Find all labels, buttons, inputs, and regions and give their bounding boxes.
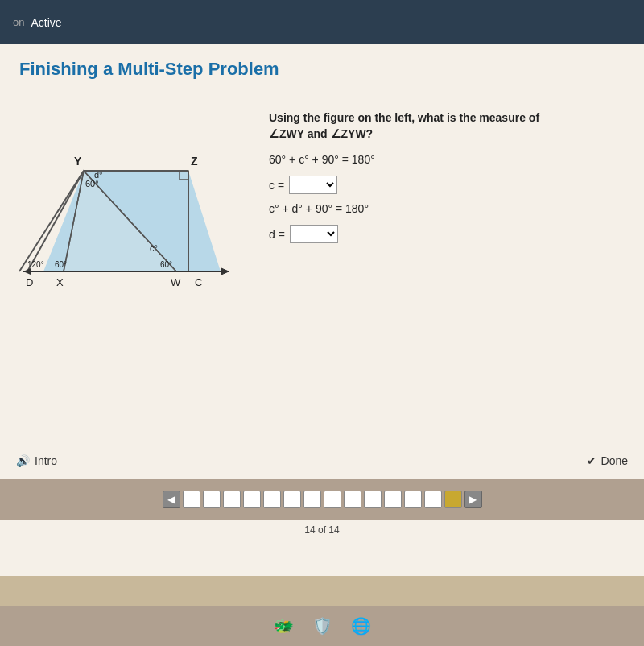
svg-text:d°: d°	[94, 170, 103, 180]
svg-text:60°: 60°	[85, 179, 99, 188]
page-box-3[interactable]	[223, 491, 241, 508]
c-input-row: c = 30 60 90	[269, 176, 625, 194]
page-box-11[interactable]	[384, 491, 402, 508]
top-bar: on Active	[0, 0, 644, 44]
speaker-icon: 🔊	[16, 454, 30, 467]
question-area: Using the figure on the left, what is th…	[269, 102, 625, 334]
top-bar-left: on	[13, 16, 24, 28]
page-box-8[interactable]	[324, 491, 341, 508]
svg-text:Z: Z	[191, 155, 198, 168]
taskbar-icon-2[interactable]: 🛡️	[308, 611, 336, 640]
taskbar-icon-1[interactable]: 🐲	[269, 611, 298, 640]
page-box-1[interactable]	[183, 491, 200, 508]
svg-text:D: D	[26, 276, 33, 288]
page-box-10[interactable]	[364, 491, 382, 508]
geometry-figure-area: Y Z D X W C 60° d° c° 120°	[19, 102, 245, 328]
c-select[interactable]: 30 60 90	[289, 176, 337, 194]
svg-marker-8	[221, 268, 229, 275]
taskbar: 🐲 🛡️ 🌐	[0, 606, 644, 646]
page-title: Finishing a Multi-Step Problem	[19, 59, 625, 80]
taskbar-icon-3[interactable]: 🌐	[346, 611, 375, 640]
main-content: Finishing a Multi-Step Problem	[0, 44, 644, 576]
page-box-7[interactable]	[303, 491, 321, 508]
svg-text:c°: c°	[150, 243, 158, 253]
intro-button[interactable]: 🔊 Intro	[16, 454, 57, 467]
prev-page-button[interactable]: ◀	[163, 491, 180, 508]
d-select[interactable]: 30 60 90	[290, 225, 338, 243]
svg-text:60°: 60°	[160, 260, 172, 269]
page-box-9[interactable]	[344, 491, 361, 508]
problem-area: Y Z D X W C 60° d° c° 120°	[0, 89, 644, 347]
status-badge: Active	[31, 16, 61, 29]
d-input-row: d = 30 60 90	[269, 225, 625, 243]
eq1-text: 60° + c° + 90° = 180°	[269, 153, 625, 166]
svg-text:Y: Y	[74, 155, 82, 168]
next-page-button[interactable]: ▶	[464, 491, 482, 508]
page-box-5[interactable]	[263, 491, 281, 508]
svg-text:W: W	[171, 276, 181, 288]
d-label: d =	[269, 228, 285, 241]
page-label: 14 of 14	[0, 524, 644, 536]
page-box-12[interactable]	[404, 491, 422, 508]
done-button[interactable]: ✔ Done	[587, 454, 628, 467]
question-text: Using the figure on the left, what is th…	[269, 110, 625, 142]
page-box-13[interactable]	[424, 491, 442, 508]
c-label: c =	[269, 179, 284, 192]
pagination-bar: ◀ ▶	[0, 479, 644, 520]
svg-text:C: C	[195, 276, 202, 288]
done-label: Done	[601, 454, 628, 467]
eq2-text: c° + d° + 90° = 180°	[269, 202, 625, 215]
svg-text:60°: 60°	[55, 260, 67, 269]
title-bar: Finishing a Multi-Step Problem	[0, 44, 644, 89]
bottom-nav-bar: 🔊 Intro ✔ Done	[0, 441, 644, 479]
checkmark-icon: ✔	[587, 454, 597, 467]
geometry-svg: Y Z D X W C 60° d° c° 120°	[19, 102, 245, 312]
intro-label: Intro	[35, 454, 57, 467]
page-box-4[interactable]	[243, 491, 261, 508]
svg-text:X: X	[56, 276, 64, 288]
svg-text:120°: 120°	[27, 260, 44, 269]
page-box-6[interactable]	[283, 491, 301, 508]
page-box-14-active[interactable]	[444, 491, 462, 508]
page-box-2[interactable]	[203, 491, 221, 508]
svg-marker-7	[23, 268, 31, 275]
